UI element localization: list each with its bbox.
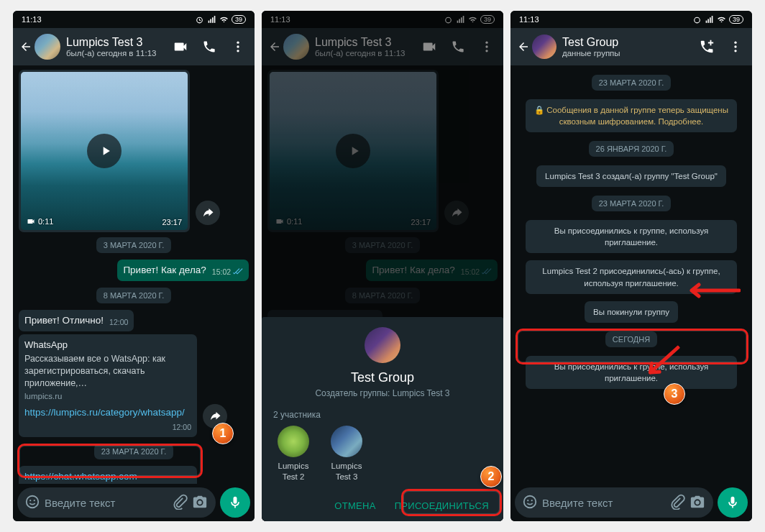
date-chip: 23 МАРТА 2020 Г. [592,75,672,91]
emoji-icon[interactable] [23,494,42,512]
attach-icon[interactable] [170,494,190,512]
svg-point-19 [695,17,700,23]
date-chip: 3 МАРТА 2020 Г. [96,237,171,253]
invite-link-message[interactable]: https://chat.whatsapp.com/CJMDNBNXXXXXXX… [19,466,197,484]
participant[interactable]: Lumpics Test 3 [326,426,367,482]
status-bar: 11:13 39 [510,11,752,28]
callout-1: 1 [212,423,234,444]
alarm-icon [195,15,204,24]
svg-rect-22 [710,17,711,23]
svg-point-10 [34,500,35,501]
add-call-button[interactable] [693,32,720,61]
message-input[interactable]: Введите текст [17,487,216,518]
more-button[interactable] [722,32,749,61]
system-message: Lumpics Test 3 создал(-а) группу "Test G… [536,165,726,187]
svg-rect-4 [214,16,216,23]
svg-point-24 [734,42,736,44]
participant-avatar [278,426,309,457]
phone-3-group-chat: 11:13 39 Test Group данные группы 23 МАР… [510,11,752,521]
chat-subtitle: был(-а) сегодня в 11:13 [66,49,167,58]
link-preview-message[interactable]: WhatsApp Рассказываем все о WatsApp: как… [19,334,197,436]
participant[interactable]: Lumpics Test 2 [273,426,313,482]
chat-header: Test Group данные группы [510,28,752,65]
phone-1-chat: 11:13 39 Lumpics Test 3 был(-а) сегодня … [13,11,255,521]
sheet-subtitle: Создатель группы: Lumpics Test 3 [273,388,492,398]
callout-2: 2 [480,466,502,487]
group-avatar [365,327,400,363]
wifi-icon [219,15,229,24]
video-duration: 0:11 [27,217,53,226]
svg-point-7 [237,50,239,52]
input-bar: Введите текст [510,484,752,521]
chat-avatar[interactable] [35,34,60,60]
link-preview-url[interactable]: https://lumpics.ru/category/whatsapp/ [24,406,191,419]
attach-icon[interactable] [667,494,687,512]
back-button[interactable] [516,40,531,53]
encryption-notice[interactable]: 🔒 Сообщения в данной группе теперь защищ… [526,99,737,132]
join-button[interactable]: ПРИСОЕДИНИТЬСЯ [395,500,489,511]
link-preview-title: WhatsApp [24,339,191,352]
join-group-sheet: Test Group Создатель группы: Lumpics Tes… [262,317,503,521]
participants-row: Lumpics Test 2 Lumpics Test 3 [273,426,492,482]
out-message[interactable]: Привет! Как дела?15:02 [117,260,249,281]
chat-title-block[interactable]: Lumpics Test 3 был(-а) сегодня в 11:13 [66,36,167,58]
battery-indicator: 39 [232,15,246,24]
chat-body[interactable]: 23 МАРТА 2020 Г. 🔒 Сообщения в данной гр… [510,65,752,484]
input-placeholder: Введите текст [42,497,170,509]
more-button[interactable] [224,32,252,61]
chat-header: Lumpics Test 3 был(-а) сегодня в 11:13 [13,28,255,65]
svg-point-25 [734,45,736,47]
mic-button[interactable] [220,487,250,518]
signal-icon [207,15,216,24]
date-chip: СЕГОДНЯ [605,331,657,347]
svg-rect-1 [209,20,210,22]
svg-point-9 [29,500,31,501]
system-message: Вы присоединились к группе, используя пр… [526,220,737,253]
emoji-icon[interactable] [521,494,539,512]
svg-point-29 [531,500,533,501]
status-icons: 39 [195,15,246,24]
svg-point-26 [734,50,736,52]
message-input[interactable]: Введите текст [515,487,713,518]
chat-title-block[interactable]: Test Group данные группы [562,36,693,58]
voice-call-button[interactable] [196,32,223,61]
in-message[interactable]: Привет! Отлично!12:00 [19,310,134,331]
callout-3: 3 [664,383,685,405]
chat-body[interactable]: 0:11 23:17 3 МАРТА 2020 Г. Привет! Как д… [13,65,255,484]
back-button[interactable] [19,40,33,53]
lock-icon: 🔒 [534,106,546,114]
video-message[interactable]: 0:11 23:17 [19,70,190,232]
svg-rect-2 [210,19,211,22]
mic-button[interactable] [718,487,748,518]
video-thumbnail[interactable]: 0:11 23:17 [21,72,188,230]
video-call-button[interactable] [167,32,194,61]
link-preview-domain: lumpics.ru [24,391,191,403]
svg-rect-20 [706,20,707,22]
video-time: 23:17 [162,218,182,226]
input-bar: Введите текст [13,484,255,521]
cancel-button[interactable]: ОТМЕНА [334,500,375,511]
svg-point-27 [524,495,536,508]
forward-icon[interactable] [196,201,220,225]
invite-link-line1[interactable]: https://chat.whatsapp.com [24,471,137,482]
camera-icon[interactable] [190,494,210,512]
date-chip: 26 ЯНВАРЯ 2020 Г. [589,141,674,157]
input-placeholder: Введите текст [539,497,667,509]
read-ticks-icon [233,267,243,276]
camera-icon[interactable] [687,494,707,512]
date-chip: 23 МАРТА 2020 Г. [592,196,672,211]
status-bar: 11:13 39 [13,11,255,28]
participant-avatar [331,426,362,457]
status-time: 11:13 [22,15,42,24]
participants-label: 2 участника [273,410,492,420]
svg-point-6 [237,45,239,47]
svg-rect-3 [212,17,214,23]
chat-title: Lumpics Test 3 [66,36,167,49]
link-preview-desc: Рассказываем все о WatsApp: как зарегист… [24,353,191,390]
phone-2-join-dialog: 11:13 39 Lumpics Test 3 был(-а) сегодня … [262,11,503,521]
play-icon[interactable] [87,134,122,168]
date-chip: 23 МАРТА 2020 Г. [94,444,174,459]
svg-point-28 [527,500,528,501]
group-avatar[interactable] [532,35,556,59]
system-message-left: Вы покинули группу [585,301,678,323]
